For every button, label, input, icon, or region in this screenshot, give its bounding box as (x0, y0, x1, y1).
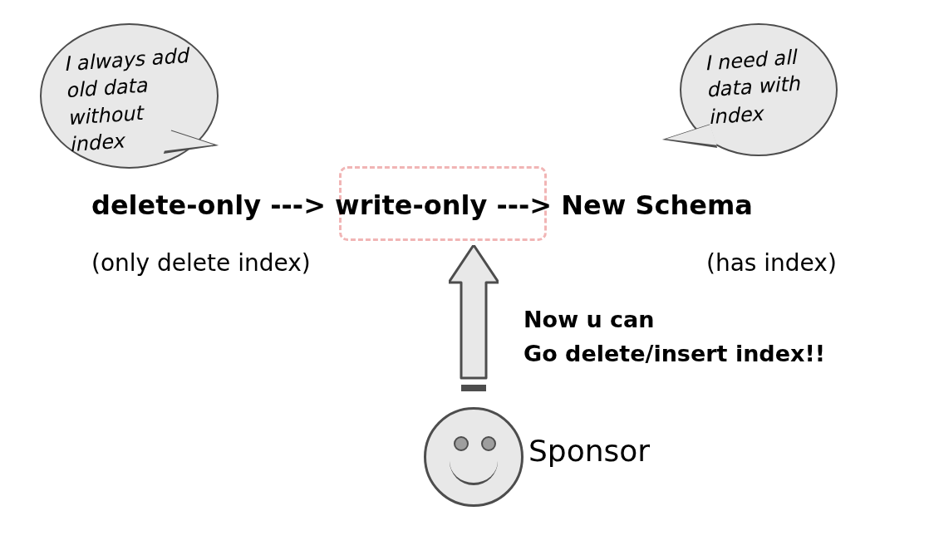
sponsor-face-icon (424, 407, 524, 507)
svg-rect-1 (461, 385, 486, 391)
sponsor-label: Sponsor (528, 434, 650, 468)
bubble-right-line1: I need all (704, 46, 797, 76)
state-new-schema: New Schema (561, 189, 753, 221)
bubble-left-line1: I always add (63, 44, 189, 76)
bubble-left-line4: index (69, 130, 125, 157)
sponsor-note-line1: Now u can (524, 307, 655, 332)
caption-new-schema: (has index) (706, 249, 837, 277)
bubble-left-line2: old data (65, 74, 148, 103)
face-eye-right (481, 436, 496, 451)
sponsor-note-line2: Go delete/insert index!! (524, 341, 825, 366)
schema-flow-row: delete-only ---> write-only ---> New Sch… (91, 189, 753, 221)
bubble-right-line2: data with (705, 72, 800, 102)
sponsor-speech-text: Now u can Go delete/insert index!! (524, 303, 825, 371)
diagram-canvas: I always add old data without index I ne… (0, 0, 934, 560)
bubble-right-line3: index (707, 102, 763, 130)
bubble-right-text: I need all data with index (704, 43, 814, 131)
state-write-only: write-only (335, 189, 487, 221)
bubble-left-line3: without (66, 101, 143, 130)
arrow-text-1: ---> (261, 189, 335, 221)
face-eye-left (454, 436, 469, 451)
face-mouth (450, 458, 498, 485)
svg-marker-0 (449, 245, 499, 378)
caption-delete-only: (only delete index) (91, 249, 311, 277)
arrow-text-2: ---> (487, 189, 561, 221)
up-arrow-icon (449, 245, 499, 395)
state-delete-only: delete-only (91, 189, 261, 221)
